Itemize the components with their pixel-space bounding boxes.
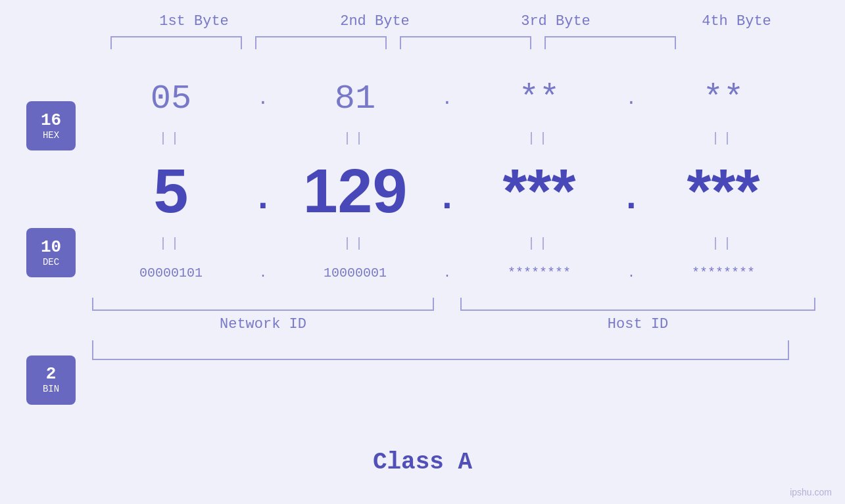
bin-cell-3: ******** [460,265,618,281]
bin-cell-2: 10000001 [276,265,434,281]
dec-cell-4: *** [644,155,802,227]
hex-cell-4: ** [644,80,802,118]
byte-label-3: 3rd Byte [483,13,628,30]
equals-row-2: || || || || [92,233,815,253]
watermark: ipshu.com [790,487,832,497]
dec-dot-2: . [434,175,460,227]
bin-dot-1: . [250,265,276,281]
class-label: Class A [373,449,472,476]
dec-row: 5 . 129 . *** . *** [92,148,815,233]
bracket-1 [110,36,242,49]
content-area: 16 HEX 10 DEC 2 BIN 05 . [0,62,845,444]
dot-3: . [618,89,644,109]
dot-2: . [434,89,460,109]
dec-badge: 10 DEC [26,228,76,277]
bracket-3 [400,36,531,49]
hex-cell-2: 81 [276,80,434,118]
main-container: 1st Byte 2nd Byte 3rd Byte 4th Byte 16 H… [0,0,845,504]
network-bracket [92,298,434,311]
bin-val-3: ******** [508,265,571,281]
class-label-row: Class A [0,449,845,476]
dec-val-4: *** [687,155,760,227]
dec-dot-1: . [250,175,276,227]
eq2-1: || [159,236,183,251]
equals-row-1: || || || || [92,128,815,148]
hex-badge: 16 HEX [26,101,76,150]
bin-badge: 2 BIN [26,355,76,405]
eq-3: || [527,131,551,146]
hex-val-2: 81 [335,80,375,118]
eq-4: || [712,131,735,146]
bin-dot-3: . [618,265,644,281]
bottom-brackets [92,298,815,311]
eq-2: || [343,131,367,146]
byte-label-1: 1st Byte [122,13,266,30]
hex-val-4: ** [703,80,744,118]
hex-val-1: 05 [151,80,191,118]
hex-cell-1: 05 [92,80,250,118]
byte-label-2: 2nd Byte [302,13,447,30]
eq-1: || [159,131,183,146]
dec-cell-3: *** [460,155,618,227]
eq2-4: || [712,236,735,251]
dec-cell-1: 5 [92,155,250,227]
hex-cell-3: ** [460,80,618,118]
eq2-3: || [527,236,551,251]
bin-dot-2: . [434,265,460,281]
host-label: Host ID [460,316,815,332]
bin-val-1: 00000101 [139,265,203,281]
bracket-2 [255,36,387,49]
badges-column: 16 HEX 10 DEC 2 BIN [0,62,92,444]
bin-val-2: 10000001 [324,265,387,281]
top-brackets [104,36,827,49]
byte-labels-row: 1st Byte 2nd Byte 3rd Byte 4th Byte [104,13,827,30]
bin-cell-1: 00000101 [92,265,250,281]
byte-label-4: 4th Byte [664,13,809,30]
data-rows: 05 . 81 . ** . ** [92,62,845,444]
hex-val-3: ** [519,80,560,118]
bracket-4 [544,36,676,49]
bin-val-4: ******** [692,265,755,281]
bottom-labels: Network ID Host ID [92,316,815,332]
bin-cell-4: ******** [644,265,802,281]
host-bracket [460,298,815,311]
class-bracket [92,340,789,360]
hex-row: 05 . 81 . ** . ** [92,69,815,128]
eq2-2: || [343,236,367,251]
network-label: Network ID [92,316,434,332]
dot-1: . [250,89,276,109]
dec-val-3: *** [503,155,576,227]
dec-val-2: 129 [303,155,408,227]
dec-val-1: 5 [154,155,189,227]
dec-dot-3: . [618,175,644,227]
bin-row: 00000101 . 10000001 . ******** . [92,253,815,292]
dec-cell-2: 129 [276,155,434,227]
